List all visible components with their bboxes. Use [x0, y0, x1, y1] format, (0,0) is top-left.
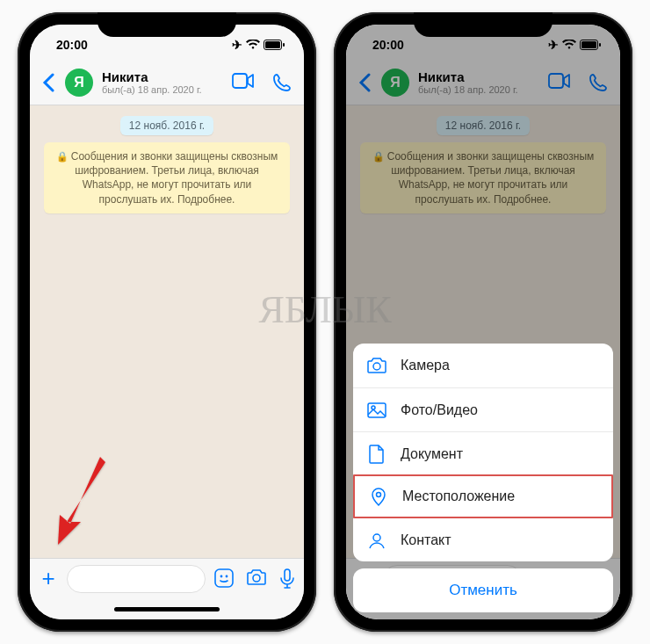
phone-left: 20:00 ✈︎ Я Никита был(-а) 18 апр. 2020 г…: [18, 12, 316, 632]
video-call-button[interactable]: [232, 73, 255, 92]
sheet-item-contact[interactable]: Контакт: [353, 517, 613, 561]
action-sheet-options: Камера Фото/Видео Документ: [353, 344, 613, 561]
mic-button[interactable]: [279, 568, 295, 590]
sheet-item-label: Контакт: [401, 532, 451, 548]
svg-point-6: [226, 575, 228, 577]
svg-point-7: [253, 575, 260, 582]
phone-right: 20:00 ✈︎ Я Никита был(-а) 18 апр. 2020 г…: [334, 12, 632, 632]
attach-button[interactable]: +: [39, 565, 58, 592]
sticker-button[interactable]: [214, 568, 234, 590]
svg-rect-1: [265, 41, 280, 48]
airplane-icon: ✈︎: [232, 38, 242, 52]
avatar[interactable]: Я: [65, 69, 93, 97]
attachment-action-sheet: Камера Фото/Видео Документ: [353, 344, 613, 612]
document-icon: [367, 445, 386, 464]
date-pill: 12 нояб. 2016 г.: [120, 116, 213, 135]
svg-point-13: [373, 363, 380, 370]
photo-icon: [367, 402, 386, 418]
wifi-icon: [246, 40, 260, 50]
svg-rect-8: [285, 569, 290, 581]
sheet-item-label: Местоположение: [402, 488, 515, 504]
sheet-item-photo[interactable]: Фото/Видео: [353, 387, 613, 431]
notch: [414, 12, 552, 37]
back-button[interactable]: [42, 73, 58, 92]
voice-call-button[interactable]: [272, 73, 292, 92]
chat-body: 12 нояб. 2016 г. Сообщения и звонки защи…: [30, 105, 304, 558]
contact-name: Никита: [102, 69, 232, 84]
sheet-item-label: Документ: [401, 446, 463, 462]
camera-button[interactable]: [246, 568, 267, 590]
input-bar: +: [30, 558, 304, 598]
sheet-item-location[interactable]: Местоположение: [353, 474, 613, 518]
contact-info[interactable]: Никита был(-а) 18 апр. 2020 г.: [102, 69, 232, 95]
svg-point-5: [220, 575, 223, 577]
encryption-notice[interactable]: Сообщения и звонки защищены сквозным шиф…: [44, 142, 290, 213]
svg-point-17: [373, 534, 380, 541]
sheet-item-camera[interactable]: Камера: [353, 344, 613, 387]
svg-rect-4: [215, 569, 233, 587]
home-indicator: [114, 607, 220, 611]
contact-status: был(-а) 18 апр. 2020 г.: [102, 84, 232, 95]
sheet-item-label: Камера: [401, 358, 450, 373]
svg-rect-14: [368, 403, 386, 417]
cancel-button[interactable]: Отменить: [353, 568, 613, 612]
contact-icon: [367, 532, 386, 549]
battery-icon: [264, 40, 285, 50]
svg-rect-2: [283, 43, 285, 47]
status-icons-right: ✈︎: [232, 38, 285, 52]
camera-icon: [367, 358, 386, 373]
location-icon: [369, 487, 388, 506]
chat-header: Я Никита был(-а) 18 апр. 2020 г.: [30, 60, 304, 105]
message-input[interactable]: [67, 565, 206, 593]
status-time: 20:00: [56, 38, 88, 52]
svg-point-16: [377, 493, 381, 497]
svg-rect-3: [233, 74, 247, 88]
sheet-item-document[interactable]: Документ: [353, 431, 613, 475]
notch: [98, 12, 236, 37]
sheet-item-label: Фото/Видео: [401, 402, 478, 418]
